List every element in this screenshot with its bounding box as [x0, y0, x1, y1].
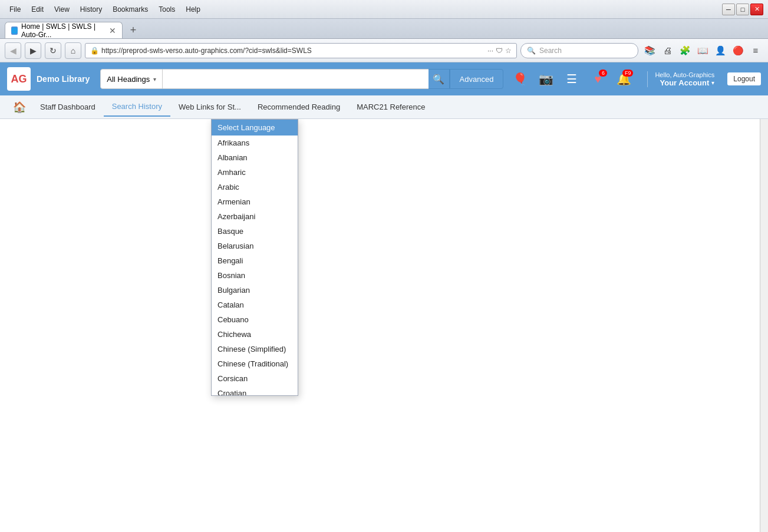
back-button[interactable]: ◀	[5, 42, 21, 59]
hello-text: Hello, Auto-Graphics	[655, 71, 714, 78]
search-placeholder: Search	[539, 47, 562, 55]
dropdown-header: Select Language	[212, 120, 298, 136]
menu-file[interactable]: File	[5, 4, 25, 15]
language-item[interactable]: Cebuano	[212, 312, 298, 327]
lock-icon: 🔒	[90, 47, 99, 55]
balloon-icon[interactable]: 🎈	[509, 68, 530, 90]
close-button[interactable]: ✕	[750, 4, 763, 15]
library-icon[interactable]: 📚	[642, 43, 657, 58]
language-dropdown: Select Language AfrikaansAlbanianAmharic…	[211, 119, 298, 396]
account-icon[interactable]: 👤	[713, 43, 728, 58]
active-tab[interactable]: 🌐 Home | SWLS | SWLS | Auto-Gr... ✕	[5, 22, 123, 38]
list-icon[interactable]: ☰	[561, 68, 582, 90]
app-header: AG Demo Library All Headings ▾ 🔍 Advance…	[0, 62, 768, 95]
language-item[interactable]: Chinese (Simplified)	[212, 342, 298, 356]
options-icon[interactable]: ···	[487, 47, 493, 55]
refresh-button[interactable]: ↻	[45, 42, 61, 59]
language-item[interactable]: Arabic	[212, 180, 298, 194]
tab-close-button[interactable]: ✕	[109, 26, 116, 35]
tab-bar: 🌐 Home | SWLS | SWLS | Auto-Gr... ✕ +	[0, 19, 768, 39]
language-item[interactable]: Chichewa	[212, 327, 298, 342]
bell-badge: F9	[622, 70, 634, 77]
language-item[interactable]: Albanian	[212, 150, 298, 165]
app-logo: AG	[7, 67, 31, 91]
nav-marc21[interactable]: MARC21 Reference	[348, 98, 433, 116]
language-item[interactable]: Armenian	[212, 194, 298, 209]
shield-icon[interactable]: 🔴	[730, 43, 746, 58]
hamburger-icon[interactable]: ≡	[748, 43, 763, 58]
extension-icon[interactable]: 🧩	[677, 43, 693, 58]
search-section: All Headings ▾ 🔍 Advanced	[100, 69, 503, 89]
bookmark-shield-icon[interactable]: 🛡	[496, 47, 503, 55]
nav-bar: ◀ ▶ ↻ ⌂ 🔒 https://preprod-swls-verso.aut…	[0, 39, 768, 62]
language-item[interactable]: Bosnian	[212, 268, 298, 283]
reader-icon[interactable]: 📖	[695, 43, 710, 58]
forward-button[interactable]: ▶	[25, 42, 41, 59]
title-bar: File Edit View History Bookmarks Tools H…	[0, 0, 768, 19]
heading-chevron-icon: ▾	[153, 76, 156, 82]
heart-icon[interactable]: ♥ 6	[587, 68, 608, 90]
user-section: Hello, Auto-Graphics Your Account ▾	[655, 71, 714, 87]
nav-recommended-reading[interactable]: Recommended Reading	[249, 98, 348, 116]
browser-search-bar[interactable]: 🔍 Search	[520, 43, 638, 58]
language-item[interactable]: Belarusian	[212, 239, 298, 253]
language-item[interactable]: Amharic	[212, 165, 298, 180]
minimize-button[interactable]: ─	[722, 4, 735, 15]
print-icon[interactable]: 🖨	[660, 43, 675, 58]
language-item[interactable]: Bulgarian	[212, 283, 298, 298]
nav-web-links[interactable]: Web Links for St...	[170, 98, 249, 116]
app-title: Demo Library	[37, 74, 90, 84]
bell-icon[interactable]: 🔔 F9	[613, 68, 634, 90]
language-item[interactable]: Chinese (Traditional)	[212, 356, 298, 371]
star-icon[interactable]: ☆	[505, 47, 512, 55]
language-item[interactable]: Corsican	[212, 371, 298, 386]
language-item[interactable]: Azerbaijani	[212, 209, 298, 224]
heart-badge: 6	[599, 70, 607, 77]
url-text: https://preprod-swls-verso.auto-graphics…	[101, 47, 485, 55]
home-button[interactable]: ⌂	[65, 42, 81, 59]
heading-select-label: All Headings	[107, 75, 150, 84]
sub-nav: 🏠 Staff Dashboard Search History Web Lin…	[0, 95, 768, 119]
window-controls: ─ □ ✕	[722, 4, 763, 15]
menu-help[interactable]: Help	[181, 4, 205, 15]
camera-icon[interactable]: 📷	[535, 68, 556, 90]
main-scrollbar[interactable]	[760, 119, 768, 532]
tab-title: Home | SWLS | SWLS | Auto-Gr...	[21, 22, 103, 39]
url-bar[interactable]: 🔒 https://preprod-swls-verso.auto-graphi…	[85, 43, 517, 58]
nav-right-icons: 📚 🖨 🧩 📖 👤 🔴 ≡	[642, 43, 763, 58]
maximize-button[interactable]: □	[736, 4, 749, 15]
account-chevron-icon: ▾	[711, 80, 714, 86]
menu-tools[interactable]: Tools	[154, 4, 180, 15]
logout-button[interactable]: Logout	[727, 72, 761, 85]
search-button[interactable]: 🔍	[429, 69, 450, 89]
your-account-button[interactable]: Your Account	[660, 78, 710, 87]
nav-staff-dashboard[interactable]: Staff Dashboard	[32, 98, 104, 116]
menu-bookmarks[interactable]: Bookmarks	[108, 4, 153, 15]
nav-home-icon[interactable]: 🏠	[7, 98, 32, 116]
dropdown-list[interactable]: AfrikaansAlbanianAmharicArabicArmenianAz…	[212, 136, 298, 395]
tab-favicon: 🌐	[11, 27, 18, 35]
search-magnifier-icon: 🔍	[433, 74, 444, 85]
main-content: Select Language AfrikaansAlbanianAmharic…	[0, 119, 768, 532]
language-item[interactable]: Croatian	[212, 386, 298, 395]
menu-edit[interactable]: Edit	[27, 4, 48, 15]
url-icons: ··· 🛡 ☆	[487, 47, 512, 55]
advanced-button[interactable]: Advanced	[450, 69, 504, 89]
main-search-input[interactable]	[163, 69, 428, 89]
search-icon: 🔍	[527, 47, 536, 55]
menu-bar: File Edit View History Bookmarks Tools H…	[5, 4, 205, 15]
heading-select[interactable]: All Headings ▾	[100, 69, 163, 89]
menu-view[interactable]: View	[50, 4, 74, 15]
language-item[interactable]: Bengali	[212, 253, 298, 268]
new-tab-button[interactable]: +	[125, 22, 141, 38]
nav-search-history[interactable]: Search History	[104, 97, 170, 117]
menu-history[interactable]: History	[75, 4, 107, 15]
language-item[interactable]: Catalan	[212, 298, 298, 312]
language-item[interactable]: Basque	[212, 224, 298, 239]
header-icons: 🎈 📷 ☰ ♥ 6 🔔 F9	[509, 68, 634, 90]
language-item[interactable]: Afrikaans	[212, 136, 298, 150]
